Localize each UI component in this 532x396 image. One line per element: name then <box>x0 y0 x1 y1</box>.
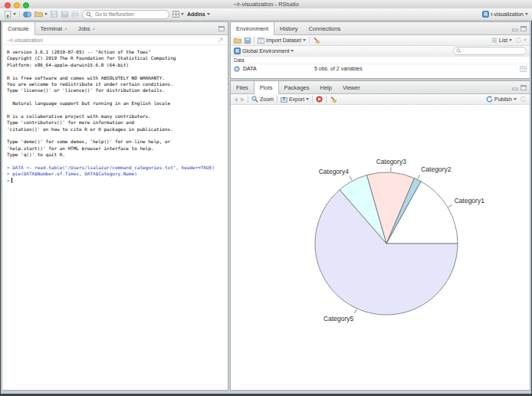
terminal-close-icon[interactable]: × <box>64 26 67 31</box>
console-output-line <box>7 107 228 113</box>
close-window-button[interactable] <box>5 2 11 8</box>
list-icon <box>491 38 498 43</box>
console-input-line: > pie(DATA$Number.of.Times, DATA$Categor… <box>7 171 228 177</box>
publish-icon <box>486 96 493 103</box>
pie-label-tick <box>355 309 357 314</box>
tab-help-label: Help <box>320 84 331 91</box>
maximize-pane-icon[interactable] <box>521 26 527 31</box>
refresh-environment-button[interactable] <box>515 37 527 44</box>
jobs-close-icon[interactable]: × <box>93 26 96 31</box>
save-all-icon[interactable] <box>61 11 68 18</box>
zoom-plot-button[interactable]: Zoom <box>251 96 274 103</box>
pie-chart: Category1Category2Category3Category4Cate… <box>231 105 529 388</box>
tab-files[interactable]: Files <box>231 81 254 93</box>
tab-plots[interactable]: Plots <box>254 81 279 94</box>
pane-layout-button[interactable] <box>172 11 184 18</box>
console-output-line: Type 'contributors()' for more informati… <box>7 119 228 126</box>
publish-button[interactable]: Publish <box>486 96 517 103</box>
zoom-window-button[interactable] <box>23 2 29 8</box>
console-output-line: R is free software and comes with ABSOLU… <box>7 75 228 81</box>
tab-packages[interactable]: Packages <box>279 81 315 93</box>
minimize-pane-icon[interactable] <box>512 85 518 90</box>
tab-environment[interactable]: Environment <box>231 22 274 35</box>
open-file-button[interactable] <box>34 11 48 18</box>
project-caret-icon <box>525 13 528 15</box>
pie-label-category2: Category2 <box>421 165 451 173</box>
tab-packages-label: Packages <box>284 84 310 91</box>
plot-area: Category1Category2Category3Category4Cate… <box>231 105 530 391</box>
environment-scope-label: Global Environment <box>242 48 289 54</box>
minimize-pane-icon[interactable] <box>512 26 518 31</box>
environment-pane: Environment History Connections <box>230 21 530 79</box>
project-menu-button[interactable]: R r-visualization <box>482 11 528 18</box>
console-output-line: Platform: x86_64-apple-darwin15.6.0 (64-… <box>7 62 228 68</box>
refresh-caret-icon <box>524 39 527 41</box>
save-workspace-icon[interactable] <box>245 38 251 44</box>
tab-connections-label: Connections <box>308 25 340 32</box>
window-title: ~/r-visualization - RStudio <box>0 0 532 8</box>
export-icon <box>281 97 287 103</box>
console-input-line: > <box>7 178 228 184</box>
console-output-line: 'citation()' on how to cite R or R packa… <box>7 126 228 133</box>
clear-plots-broom-icon[interactable] <box>330 96 337 103</box>
goto-file-input[interactable] <box>94 11 166 18</box>
load-workspace-icon[interactable] <box>234 38 241 44</box>
environment-search-input[interactable] <box>463 47 524 54</box>
tab-console[interactable]: Console <box>2 22 35 35</box>
environment-object-row[interactable]: DATA 5 obs. of 2 variables <box>231 64 530 73</box>
clear-objects-broom-icon[interactable] <box>313 37 320 44</box>
import-dataset-caret-icon <box>303 39 306 41</box>
import-dataset-label: Import Dataset <box>266 38 301 43</box>
remove-plot-icon[interactable] <box>316 96 323 103</box>
view-table-icon[interactable] <box>520 66 527 72</box>
new-file-button[interactable] <box>4 11 16 18</box>
list-view-label: List <box>499 38 507 43</box>
console-output-line: Copyright (C) 2019 The R Foundation for … <box>7 55 228 61</box>
plots-toolbar: Zoom Export <box>231 94 530 105</box>
addins-menu[interactable]: Addins <box>187 11 210 17</box>
console-output-line: R version 3.6.1 (2019-07-05) -- "Action … <box>7 49 228 55</box>
previous-plot-icon[interactable] <box>234 97 238 102</box>
console-popout-icon[interactable] <box>218 38 223 43</box>
export-caret-icon <box>306 98 309 100</box>
print-icon[interactable] <box>71 11 79 18</box>
console-input-line: > DATA <- read.table("/Users/lsalazar/co… <box>7 165 228 171</box>
save-icon[interactable] <box>51 11 57 18</box>
import-dataset-button[interactable]: Import Dataset <box>258 38 306 44</box>
open-folder-icon <box>34 11 43 18</box>
svg-text:R: R <box>235 48 239 54</box>
pie-label-tick <box>448 205 452 207</box>
minimize-window-button[interactable] <box>14 2 20 8</box>
project-name-label: r-visualization <box>491 11 524 17</box>
new-file-icon <box>4 11 11 18</box>
object-expand-icon[interactable] <box>234 66 240 72</box>
console-output-line: R is a collaborative project with many c… <box>7 113 228 119</box>
refresh-plot-icon[interactable] <box>520 96 527 103</box>
tab-jobs-label: Jobs <box>78 25 90 32</box>
pane-layout-grid-icon <box>172 11 179 18</box>
tab-jobs[interactable]: Jobs× <box>73 22 101 34</box>
tab-history[interactable]: History <box>274 22 303 34</box>
console-output-line <box>7 68 228 74</box>
new-file-caret-icon <box>13 13 16 15</box>
refresh-icon <box>515 37 522 44</box>
tab-help[interactable]: Help <box>314 81 337 93</box>
console-output-line: Type 'license()' or 'licence()' for dist… <box>7 87 228 93</box>
tab-connections[interactable]: Connections <box>303 22 346 34</box>
list-view-button[interactable]: List <box>491 38 512 43</box>
workspace: Console Terminal× Jobs× ~/r-visualizatio… <box>1 21 531 394</box>
console-output[interactable]: R version 3.6.1 (2019-07-05) -- "Action … <box>2 45 228 390</box>
global-environment-selector[interactable]: R Global Environment <box>234 47 294 54</box>
maximize-pane-icon[interactable] <box>521 85 527 90</box>
r-project-icon: R <box>482 11 489 18</box>
tab-viewer[interactable]: Viewer <box>337 81 366 93</box>
pie-label-category1: Category1 <box>455 197 484 205</box>
console-output-line: Natural language support but running in … <box>7 100 228 106</box>
data-section-header: Data <box>231 57 530 64</box>
new-project-icon[interactable] <box>23 11 31 18</box>
maximize-pane-icon[interactable] <box>218 26 225 31</box>
tab-terminal[interactable]: Terminal× <box>35 22 73 34</box>
environment-tabbar: Environment History Connections <box>231 22 530 35</box>
export-plot-button[interactable]: Export <box>281 97 309 103</box>
next-plot-icon[interactable] <box>241 97 245 102</box>
